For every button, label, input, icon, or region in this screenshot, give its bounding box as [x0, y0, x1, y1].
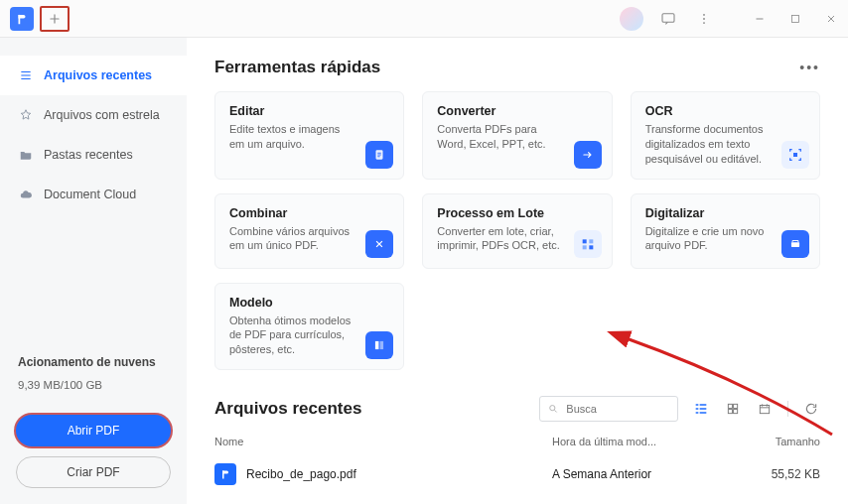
- close-button[interactable]: [820, 8, 842, 30]
- file-name: Recibo_de_pago.pdf: [246, 467, 356, 481]
- svg-point-2: [703, 13, 705, 15]
- svg-rect-15: [728, 404, 732, 408]
- open-pdf-button[interactable]: Abrir PDF: [16, 415, 171, 446]
- search-icon: [548, 403, 558, 415]
- cloud-usage-block: Acionamento de nuvens 9,39 MB/100 GB: [0, 355, 187, 405]
- folder-icon: [18, 147, 34, 163]
- scanner-icon: [781, 230, 809, 258]
- calendar-icon[interactable]: [756, 400, 774, 418]
- search-input[interactable]: [564, 402, 669, 416]
- svg-rect-1: [662, 13, 674, 22]
- merge-icon: [365, 230, 393, 258]
- svg-rect-11: [791, 242, 799, 247]
- sidebar-item-label: Arquivos com estrela: [44, 108, 160, 122]
- file-row[interactable]: Recibo_de_pago.pdf A Semana Anterior 55,…: [214, 457, 820, 491]
- svg-point-4: [703, 22, 705, 24]
- batch-icon: [574, 230, 602, 258]
- tool-combine[interactable]: Combinar Combine vários arquivos em um ú…: [214, 193, 404, 269]
- cloud-usage: 9,39 MB/100 GB: [18, 379, 169, 391]
- sidebar-item-cloud[interactable]: Document Cloud: [0, 175, 187, 214]
- refresh-icon[interactable]: [802, 400, 820, 418]
- svg-rect-8: [589, 239, 593, 243]
- recent-columns: Nome Hora da última mod... Tamanho: [214, 436, 820, 447]
- minimize-button[interactable]: [749, 8, 771, 30]
- new-tab-button[interactable]: [40, 6, 70, 32]
- ocr-icon: [781, 141, 809, 169]
- tool-batch[interactable]: Processo em Lote Converter em lote, cria…: [422, 193, 612, 269]
- svg-rect-18: [734, 410, 738, 414]
- svg-rect-16: [734, 404, 738, 408]
- sidebar: Arquivos recentes Arquivos com estrela P…: [0, 38, 187, 504]
- view-grid-icon[interactable]: [724, 400, 742, 418]
- col-size: Tamanho: [721, 436, 820, 447]
- tool-edit[interactable]: Editar Edite textos e imagens em um arqu…: [214, 91, 404, 180]
- app-icon: [10, 7, 34, 31]
- avatar[interactable]: [620, 7, 643, 31]
- sidebar-item-label: Pastas recentes: [44, 148, 133, 162]
- arrow-right-icon: [574, 141, 602, 169]
- tool-convert[interactable]: Converter Converta PDFs para Word, Excel…: [422, 91, 612, 180]
- svg-rect-13: [380, 341, 384, 349]
- star-icon: [18, 107, 34, 123]
- svg-point-3: [703, 18, 705, 20]
- sidebar-item-label: Arquivos recentes: [44, 68, 152, 82]
- sidebar-item-label: Document Cloud: [44, 188, 136, 201]
- svg-rect-12: [375, 341, 379, 349]
- more-icon[interactable]: [693, 8, 715, 30]
- svg-rect-20: [222, 471, 224, 479]
- sidebar-item-recent[interactable]: Arquivos recentes: [0, 56, 187, 95]
- svg-rect-10: [589, 245, 593, 249]
- pdf-icon: [214, 463, 236, 485]
- col-name: Nome: [214, 436, 552, 447]
- svg-point-14: [550, 406, 555, 411]
- col-modified: Hora da última mod...: [552, 436, 721, 447]
- quick-tools-title: Ferramentas rápidas: [214, 58, 380, 77]
- recent-title: Arquivos recentes: [214, 399, 361, 419]
- titlebar: [0, 0, 848, 38]
- main-panel: Ferramentas rápidas ••• Editar Edite tex…: [187, 38, 848, 504]
- cloud-title: Acionamento de nuvens: [18, 355, 169, 369]
- search-box[interactable]: [539, 396, 678, 422]
- tool-template[interactable]: Modelo Obtenha ótimos modelos de PDF par…: [214, 283, 404, 371]
- sidebar-item-folders[interactable]: Pastas recentes: [0, 135, 187, 175]
- view-list-icon[interactable]: [692, 400, 710, 418]
- tool-scan[interactable]: Digitalizar Digitalize e crie um novo ar…: [631, 193, 820, 269]
- svg-rect-17: [728, 410, 732, 414]
- svg-rect-9: [582, 245, 586, 249]
- file-size: 55,52 KB: [721, 467, 820, 481]
- tools-grid: Editar Edite textos e imagens em um arqu…: [214, 91, 820, 370]
- file-modified: A Semana Anterior: [552, 467, 721, 481]
- list-icon: [18, 67, 34, 83]
- template-icon: [365, 331, 393, 359]
- svg-rect-5: [792, 15, 799, 22]
- maximize-button[interactable]: [784, 8, 806, 30]
- quick-tools-more-icon[interactable]: •••: [799, 60, 820, 75]
- svg-rect-19: [760, 406, 769, 414]
- cloud-icon: [18, 187, 34, 202]
- chat-icon[interactable]: [657, 8, 679, 30]
- create-pdf-button[interactable]: Criar PDF: [16, 456, 171, 488]
- tool-ocr[interactable]: OCR Transforme documentos digitalizados …: [631, 91, 820, 180]
- sidebar-item-starred[interactable]: Arquivos com estrela: [0, 95, 187, 135]
- svg-rect-7: [582, 239, 586, 243]
- svg-rect-0: [19, 14, 21, 23]
- document-icon: [365, 141, 393, 169]
